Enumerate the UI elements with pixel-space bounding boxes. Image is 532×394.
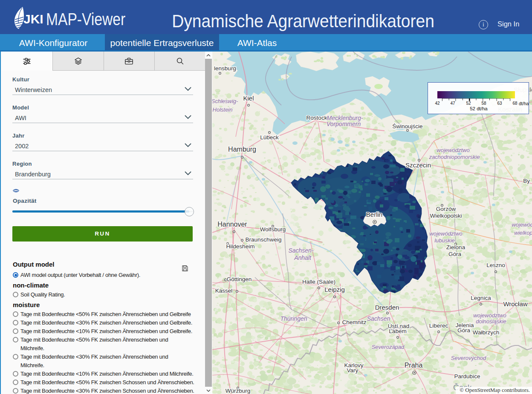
svg-text:Leszno: Leszno [486, 262, 505, 268]
svg-text:Góra: Góra [457, 327, 471, 334]
svg-text:Praha: Praha [405, 362, 423, 369]
svg-text:Wolfsburg: Wolfsburg [260, 226, 286, 233]
svg-text:Gorzów: Gorzów [436, 206, 456, 212]
svg-text:województwo: województwo [429, 230, 462, 237]
svg-text:Braunschweig: Braunschweig [246, 236, 282, 243]
svg-text:Wrocław: Wrocław [503, 300, 527, 308]
svg-text:Sachsen-: Sachsen- [288, 247, 313, 254]
svg-text:Anhalt: Anhalt [294, 254, 312, 261]
svg-text:województwo: województwo [473, 312, 506, 319]
svg-text:Schleswig-: Schleswig- [212, 98, 238, 104]
svg-text:Hannover: Hannover [217, 221, 247, 228]
svg-text:Leipzig: Leipzig [324, 286, 345, 293]
svg-text:Góra: Góra [448, 251, 462, 257]
svg-text:Chemnitz: Chemnitz [342, 319, 366, 325]
svg-text:zachodniopomorskie: zachodniopomorskie [428, 154, 480, 160]
svg-text:Hamburg: Hamburg [228, 146, 256, 153]
svg-text:Lübeck: Lübeck [260, 134, 279, 141]
svg-text:Holstein: Holstein [213, 106, 233, 113]
svg-text:Wałbrzych: Wałbrzych [473, 329, 500, 336]
svg-text:Pardubice: Pardubice [454, 373, 480, 380]
svg-text:Szczecin: Szczecin [405, 161, 431, 169]
svg-text:dolnośląskie: dolnośląskie [476, 318, 506, 325]
svg-text:Severovýchod: Severovýchod [451, 355, 486, 361]
svg-text:Kiel: Kiel [243, 95, 254, 102]
svg-text:Vorpommern: Vorpommern [327, 121, 361, 127]
svg-text:Wielkopolski: Wielkopolski [430, 213, 462, 219]
svg-text:lubuskie: lubuskie [434, 237, 455, 244]
svg-text:województwo: województwo [437, 147, 469, 153]
svg-text:wielkopol: wielkopol [514, 230, 532, 236]
svg-text:Kassel: Kassel [215, 288, 233, 294]
svg-text:Liberec: Liberec [429, 322, 448, 329]
svg-text:Legnica: Legnica [471, 295, 491, 301]
svg-text:By: By [523, 178, 530, 184]
svg-text:Świnoujście: Świnoujście [392, 123, 422, 129]
svg-text:Thüringen: Thüringen [280, 315, 307, 322]
svg-text:Göttingen: Göttingen [227, 276, 252, 282]
svg-text:Berlin: Berlin [366, 211, 382, 218]
svg-text:Severozápad: Severozápad [372, 344, 405, 350]
svg-text:Würzburg: Würzburg [226, 388, 251, 394]
svg-text:Labem: Labem [389, 328, 406, 334]
svg-text:Dresden: Dresden [375, 304, 399, 311]
svg-text:Vary: Vary [347, 367, 359, 374]
svg-text:wojewódz: wojewódz [512, 221, 532, 228]
svg-text:Halle (Saale): Halle (Saale) [302, 279, 335, 285]
svg-text:Zielona: Zielona [446, 244, 466, 250]
svg-text:lensburg: lensburg [214, 65, 236, 72]
svg-text:Hildesheim: Hildesheim [226, 243, 255, 250]
svg-text:Sachsen: Sachsen [367, 315, 390, 322]
svg-text:Rostock: Rostock [306, 115, 327, 121]
